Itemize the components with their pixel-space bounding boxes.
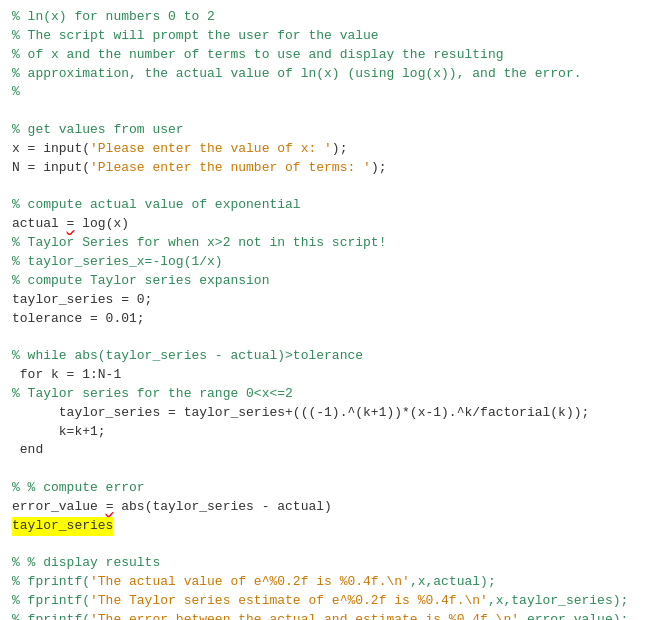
- line-comment-while: % while abs(taylor_series - actual)>tole…: [12, 348, 363, 363]
- code-content: % ln(x) for numbers 0 to 2 % The script …: [12, 8, 637, 620]
- line-taylor-init: taylor_series = 0; tolerance = 0.01;: [12, 292, 152, 326]
- line-comment-compute: % compute actual value of exponential: [12, 197, 301, 212]
- line-comment-taylor1: % Taylor Series for when x>2 not in this…: [12, 235, 386, 288]
- line-comment-range: % Taylor series for the range 0<x<=2: [12, 386, 293, 401]
- line-taylor-calc: taylor_series = taylor_series+(((-1).^(k…: [12, 405, 589, 458]
- line-x-input: x = input('Please enter the value of x: …: [12, 141, 386, 175]
- line-comment-error: % % compute error: [12, 480, 145, 495]
- code-editor: % ln(x) for numbers 0 to 2 % The script …: [0, 0, 649, 620]
- line-actual: actual = log(x): [12, 216, 129, 231]
- line-comment-get: % get values from user: [12, 122, 184, 137]
- line-taylor-highlighted: taylor_series: [12, 517, 113, 536]
- line-comment-display: % % display results % fprintf('The actua…: [12, 555, 628, 620]
- line-1: % ln(x) for numbers 0 to 2 % The script …: [12, 9, 582, 99]
- line-error-value: error_value = abs(taylor_series - actual…: [12, 499, 332, 514]
- line-for: for k = 1:N-1: [12, 367, 121, 382]
